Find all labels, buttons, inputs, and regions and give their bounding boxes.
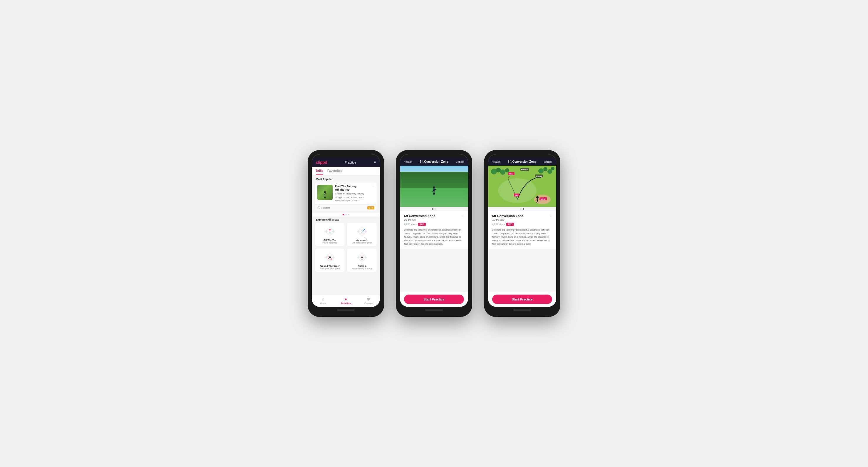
drill-title-row-2: 6ft Conversion Zone 10-50 yds ☆ <box>404 214 464 221</box>
home-indicator-2 <box>400 307 468 313</box>
drill-content-2: 6ft Conversion Zone 10-50 yds ☆ 🕐 20 sho… <box>400 166 468 292</box>
svg-text:FAIRWAY: FAIRWAY <box>521 169 529 171</box>
svg-text:Miss: Miss <box>509 173 513 175</box>
approach-name: Approach <box>356 239 367 241</box>
svg-point-58 <box>496 168 501 172</box>
drill-title-group-3: 6ft Conversion Zone 10-50 yds <box>492 214 523 221</box>
nav-activities-label: Activities <box>341 302 351 305</box>
tab-drills[interactable]: Drills <box>316 167 323 175</box>
drill-header-title-3: 6ft Conversion Zone <box>508 160 536 163</box>
svg-point-61 <box>538 168 544 174</box>
shots-info: 🕐 10 shots <box>317 206 330 209</box>
fav-icon-2[interactable]: ☆ <box>461 214 464 218</box>
cancel-button-3[interactable]: Cancel <box>544 160 552 163</box>
img-dots-2 <box>400 207 468 211</box>
golfer-figure <box>431 186 437 199</box>
ott-badge: OTT <box>367 206 374 209</box>
img-dot-3b <box>523 208 524 210</box>
card-description: Create an imaginary fairway using trees … <box>335 192 369 202</box>
screen-2: < Back 6ft Conversion Zone Cancel <box>400 154 468 307</box>
shots-count-3: 20 shots <box>496 223 504 226</box>
ott-icon <box>324 226 336 237</box>
start-practice-button-2[interactable]: Start Practice <box>404 295 464 304</box>
drill-range-3: 10-50 yds <box>492 218 523 221</box>
screen-1: clippd Practice ≡ Drills Favourites Most… <box>312 154 380 307</box>
start-practice-button-3[interactable]: Start Practice <box>492 295 552 304</box>
svg-point-33 <box>328 256 329 257</box>
home-bar-3 <box>513 309 531 310</box>
img-dots-3 <box>488 207 556 211</box>
svg-point-31 <box>331 259 332 260</box>
drill-info-2: 6ft Conversion Zone 10-50 yds ☆ 🕐 20 sho… <box>400 211 468 249</box>
svg-text:Hit: Hit <box>516 194 518 196</box>
atg-desc: Hone your short game <box>320 268 340 270</box>
home-bar-1 <box>337 309 355 310</box>
golf-map: Miss Hit SAND FAIRWAY RO <box>488 166 556 207</box>
featured-card[interactable]: Find The Fairway Off The Tee Create an i… <box>315 182 377 211</box>
most-popular-label: Most Popular <box>312 175 380 182</box>
putting-icon <box>356 252 368 263</box>
svg-point-22 <box>364 229 365 230</box>
svg-line-51 <box>434 192 435 195</box>
img-dot-3a <box>520 208 522 210</box>
drill-image-map: Miss Hit SAND FAIRWAY RO <box>488 166 556 207</box>
svg-point-59 <box>500 169 505 175</box>
back-button-2[interactable]: < Back <box>404 160 412 163</box>
shots-count: 10 shots <box>321 206 330 209</box>
drill-header-3: < Back 6ft Conversion Zone Cancel <box>488 158 556 166</box>
drill-meta-2: 🕐 20 shots ARG <box>404 223 464 226</box>
drill-info-3: 6ft Conversion Zone 10-50 yds ☆ 🕐 20 sho… <box>488 211 556 249</box>
golf-photo <box>400 166 468 207</box>
ott-desc: Power accuracy <box>322 242 337 244</box>
fav-icon-3[interactable]: ☆ <box>550 214 552 218</box>
shots-label-3: 🕐 20 shots <box>492 223 504 226</box>
clock-icon-2: 🕐 <box>404 223 407 226</box>
nav-home[interactable]: ⌂ Home <box>312 297 334 305</box>
nav-activities[interactable]: ♦ Activities <box>334 297 357 305</box>
cancel-button-2[interactable]: Cancel <box>456 160 464 163</box>
skill-card-putting[interactable]: Putting Make and lag practice <box>347 248 377 272</box>
explore-label: Explore skill areas <box>312 216 380 222</box>
atg-icon <box>324 252 336 263</box>
arg-badge-2: ARG <box>418 223 426 226</box>
skill-card-atg[interactable]: Around The Green Hone your short game <box>315 248 345 272</box>
status-bar-1 <box>312 154 380 158</box>
approach-icon-area <box>355 225 369 238</box>
skill-card-approach[interactable]: Approach Dial-in to hit the green <box>347 222 377 246</box>
dots-indicator-1 <box>312 213 380 216</box>
svg-point-60 <box>505 168 509 172</box>
svg-point-75 <box>536 196 538 199</box>
card-thumbnail <box>317 185 333 200</box>
drill-content-3: Miss Hit SAND FAIRWAY RO <box>488 166 556 292</box>
svg-point-43 <box>362 254 362 255</box>
svg-point-46 <box>433 187 435 189</box>
approach-desc: Dial-in to hit the green <box>352 242 372 244</box>
card-footer: 🕐 10 shots OTT <box>315 204 377 211</box>
drill-range-2: 10-50 yds <box>404 218 435 221</box>
golfer-silhouette-icon <box>323 191 327 199</box>
skill-card-ott[interactable]: Off The Tee Power accuracy <box>315 222 345 246</box>
svg-point-64 <box>551 167 555 170</box>
header-title-1: Practice <box>345 161 356 164</box>
status-bar-3 <box>488 154 556 158</box>
svg-point-34 <box>329 257 331 258</box>
clock-icon: 🕐 <box>317 206 320 209</box>
putting-icon-area <box>355 251 369 264</box>
svg-point-0 <box>324 191 326 193</box>
bottom-nav-1: ⌂ Home ♦ Activities ⊕ Capture <box>312 295 380 307</box>
tabs-row: Drills Favourites <box>312 167 380 175</box>
back-button-3[interactable]: < Back <box>492 160 500 163</box>
dot-2 <box>345 214 347 215</box>
nav-capture[interactable]: ⊕ Capture <box>357 297 380 305</box>
content-area-1: Most Popular <box>312 175 380 295</box>
phone-2: < Back 6ft Conversion Zone Cancel <box>396 150 472 317</box>
hamburger-icon[interactable]: ≡ <box>374 160 376 165</box>
drill-image-2 <box>400 166 468 207</box>
atg-name: Around The Green <box>319 265 340 267</box>
drill-desc-3: 20 shots are randomly generated at dista… <box>492 228 552 246</box>
svg-line-4 <box>324 196 325 198</box>
dot-3 <box>348 214 349 215</box>
tab-favourites[interactable]: Favourites <box>327 167 342 175</box>
putting-desc: Make and lag practice <box>352 268 372 270</box>
favourite-icon[interactable]: ☆ <box>372 185 374 188</box>
